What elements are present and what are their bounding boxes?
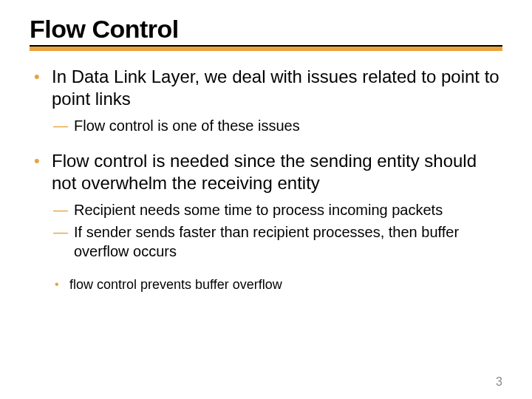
dash-icon: — (53, 116, 74, 135)
list-item: — Recipient needs some time to process i… (53, 200, 499, 219)
bullet-text: Flow control is needed since the sending… (52, 150, 499, 194)
bullet-text: If sender sends faster than recipient pr… (74, 222, 499, 261)
list-item: • Flow control is needed since the sendi… (33, 150, 499, 194)
title-accent-bar (30, 47, 502, 51)
bullet-text: In Data Link Layer, we deal with issues … (52, 66, 499, 110)
bullet-block: • Flow control is needed since the sendi… (33, 150, 499, 293)
slide-title: Flow Control (30, 15, 502, 44)
bullet-block: • In Data Link Layer, we deal with issue… (33, 66, 499, 135)
list-item: • In Data Link Layer, we deal with issue… (33, 66, 499, 110)
bullet-icon: • (33, 66, 52, 88)
dash-icon: — (53, 222, 74, 242)
bullet-text: Recipient needs some time to process inc… (74, 200, 443, 219)
bullet-text: flow control prevents buffer overflow (69, 276, 282, 293)
title-block: Flow Control (30, 15, 502, 51)
dash-icon: — (53, 200, 74, 219)
bullet-text: Flow control is one of these issues (74, 116, 300, 135)
list-item: • flow control prevents buffer overflow (53, 276, 499, 293)
slide: Flow Control • In Data Link Layer, we de… (0, 0, 532, 399)
slide-content: • In Data Link Layer, we deal with issue… (30, 55, 502, 293)
list-item: — If sender sends faster than recipient … (53, 222, 499, 261)
page-number: 3 (496, 375, 502, 389)
bullet-icon: • (33, 150, 52, 172)
list-item: — Flow control is one of these issues (53, 116, 499, 135)
bullet-icon: • (53, 276, 69, 293)
